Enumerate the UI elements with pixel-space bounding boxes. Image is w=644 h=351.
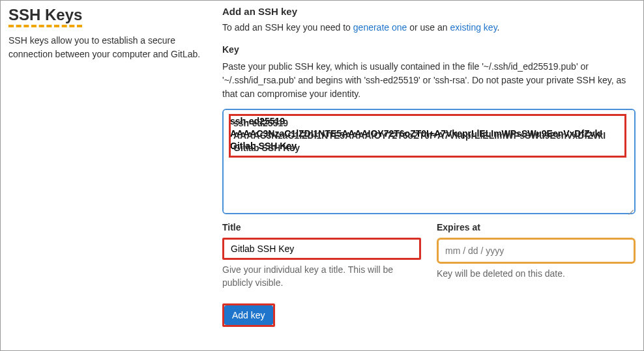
page-title: SSH Keys [8,6,82,27]
key-textarea[interactable]: ssh-ed25519 AAAAC3NzaC1lZDI1NTE5AAAAIOY7… [224,110,634,213]
intro-suffix: . [497,22,500,33]
key-help-text: Paste your public SSH key, which is usua… [222,60,636,101]
section-heading: Add an SSH key [222,6,636,17]
intro-text: To add an SSH key you need to generate o… [222,22,636,33]
title-highlight-box [222,238,421,260]
expires-label: Expires at [437,222,636,232]
intro-mid: or use an [407,22,450,33]
title-help-text: Give your individual key a title. This w… [222,264,421,289]
page-description: SSH keys allow you to establish a secure… [8,34,209,61]
title-input[interactable] [224,240,419,258]
expires-input[interactable] [439,240,634,262]
generate-one-link[interactable]: generate one [353,22,407,33]
intro-prefix: To add an SSH key you need to [222,22,353,33]
add-key-button[interactable]: Add key [224,305,273,325]
key-label: Key [222,44,636,55]
existing-key-link[interactable]: existing key [450,22,497,33]
expires-highlight-box [437,238,636,264]
expires-help-text: Key will be deleted on this date. [437,268,636,281]
key-textarea-wrap: ssh-ed25519 AAAAC3NzaC1lZDI1NTE5AAAAIOY7… [222,109,636,214]
add-key-highlight-box: Add key [222,303,275,327]
title-label: Title [222,222,421,232]
